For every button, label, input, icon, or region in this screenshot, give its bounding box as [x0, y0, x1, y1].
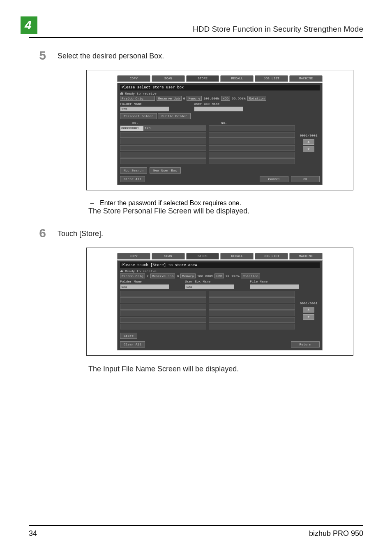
page-counter: 0001/0001 — [300, 134, 317, 137]
no-search-button[interactable]: No. Search — [120, 167, 147, 174]
prejob-status: PreJob Orig — [120, 273, 145, 278]
hdd-label: HDD — [214, 273, 224, 278]
hdd-label: HDD — [221, 96, 230, 101]
tab-store[interactable]: STORE — [186, 75, 219, 82]
clear-all-button[interactable]: Clear All — [120, 176, 145, 182]
screenshot-1: COPY SCAN STORE RECALL JOB LIST MACHINE … — [86, 70, 353, 190]
arrow-down-button[interactable]: ▼ — [303, 146, 314, 152]
list-item[interactable] — [209, 125, 295, 131]
store-button[interactable]: Store — [120, 333, 137, 339]
row-number: 000000001 — [120, 126, 143, 131]
list-item[interactable] — [209, 291, 295, 297]
prejob-count: 2 — [147, 274, 149, 278]
screen-title: Please touch [Store] to store anew — [120, 262, 320, 268]
memory-label: Memory — [180, 273, 196, 278]
list-item[interactable] — [209, 304, 295, 310]
list-item[interactable] — [209, 139, 295, 144]
rotation-status: Rotation — [241, 273, 260, 278]
printer-icon: 🖶 — [120, 269, 123, 273]
folder-name-label: Folder Name — [120, 102, 169, 106]
step5-note-follow: The Store Personal File Screen will be d… — [88, 207, 363, 215]
list-item[interactable] — [120, 310, 206, 316]
list-item[interactable] — [209, 152, 295, 158]
list-item[interactable] — [209, 324, 295, 329]
new-user-box-button[interactable]: New User Box — [150, 167, 181, 174]
page-title: HDD Store Function in Security Strengthe… — [193, 25, 363, 34]
list-header-no-right: No. — [209, 121, 295, 125]
section-number: 4 — [21, 16, 37, 34]
tab-copy[interactable]: COPY — [117, 253, 150, 259]
arrow-up-button[interactable]: ▲ — [303, 307, 314, 313]
list-item[interactable] — [209, 310, 295, 316]
memory-pct: 100.000% — [203, 97, 219, 100]
list-item[interactable] — [120, 324, 206, 329]
list-item[interactable] — [209, 317, 295, 323]
list-item[interactable] — [209, 132, 295, 138]
step-text: Select the desired personal Box. — [58, 49, 363, 60]
list-item[interactable] — [120, 304, 206, 310]
tab-scan[interactable]: SCAN — [152, 253, 185, 259]
memory-pct: 100.000% — [197, 274, 213, 278]
list-item[interactable] — [120, 158, 206, 164]
tab-copy[interactable]: COPY — [117, 75, 150, 82]
user-box-label: User Box Name — [185, 280, 234, 283]
screenshot-2: COPY SCAN STORE RECALL JOB LIST MACHINE … — [86, 248, 353, 356]
arrow-up-button[interactable]: ▲ — [303, 139, 314, 145]
user-box-input[interactable]: 123 — [185, 284, 234, 289]
arrow-down-button[interactable]: ▼ — [303, 314, 314, 320]
folder-name-input[interactable]: 123 — [120, 284, 169, 289]
reserve-label: Reserve Job — [157, 96, 182, 101]
memory-label: Memory — [187, 96, 202, 101]
tab-scan[interactable]: SCAN — [152, 75, 185, 82]
list-item[interactable] — [120, 132, 206, 138]
tab-store[interactable]: STORE — [186, 253, 219, 259]
list-item[interactable]: 000000001 123 — [120, 125, 206, 131]
list-item[interactable] — [120, 152, 206, 158]
list-item[interactable] — [209, 145, 295, 151]
reserve-count: 0 — [183, 97, 185, 100]
subtab-public[interactable]: Public Folder — [158, 113, 191, 119]
list-item[interactable] — [120, 139, 206, 144]
page-counter: 0001/0001 — [300, 301, 317, 305]
cancel-button[interactable]: Cancel — [260, 176, 288, 182]
hdd-pct: 99.998% — [232, 97, 246, 100]
page-number: 34 — [29, 529, 37, 538]
step-number: 6 — [29, 227, 58, 239]
step-text: Touch [Store]. — [58, 227, 363, 238]
list-item[interactable] — [120, 291, 206, 297]
reserve-count: 0 — [177, 274, 179, 278]
tab-joblist[interactable]: JOB LIST — [255, 253, 288, 259]
hdd-pct: 99.993% — [226, 274, 240, 278]
printer-icon: 🖶 — [120, 92, 123, 95]
tab-machine[interactable]: MACHINE — [289, 253, 323, 259]
user-box-label: User Box Name — [194, 102, 243, 106]
step-number: 5 — [29, 49, 58, 62]
list-header-no-left: No. — [120, 121, 206, 125]
step5-note-bullet: Enter the password if selected Box requi… — [100, 199, 241, 207]
bullet-dash: – — [88, 199, 96, 207]
ready-status: Ready to receive — [125, 92, 157, 95]
return-button[interactable]: Return — [291, 341, 320, 348]
tab-joblist[interactable]: JOB LIST — [255, 75, 288, 82]
rotation-status: Rotation — [247, 96, 266, 101]
clear-all-button[interactable]: Clear All — [120, 341, 145, 348]
user-box-input[interactable] — [194, 107, 243, 111]
reserve-label: Reserve Job — [150, 273, 175, 278]
row-text: 123 — [143, 126, 206, 131]
tab-machine[interactable]: MACHINE — [289, 75, 323, 82]
list-item[interactable] — [209, 158, 295, 164]
folder-name-input[interactable]: 123 — [120, 107, 169, 111]
list-item[interactable] — [120, 317, 206, 323]
list-item[interactable] — [120, 145, 206, 151]
step6-note-follow: The Input File Name Screen will be displ… — [88, 365, 363, 373]
file-name-label: File Name — [250, 280, 299, 283]
prejob-status: PreJob Orig----- — [120, 96, 155, 101]
ok-button[interactable]: OK — [291, 176, 320, 182]
list-item[interactable] — [120, 297, 206, 303]
file-name-input[interactable] — [250, 284, 299, 289]
tab-recall[interactable]: RECALL — [220, 75, 254, 82]
subtab-personal[interactable]: Personal Folder — [120, 113, 157, 119]
screen-title: Please select store user box — [120, 85, 320, 90]
list-item[interactable] — [209, 297, 295, 303]
tab-recall[interactable]: RECALL — [220, 253, 254, 259]
